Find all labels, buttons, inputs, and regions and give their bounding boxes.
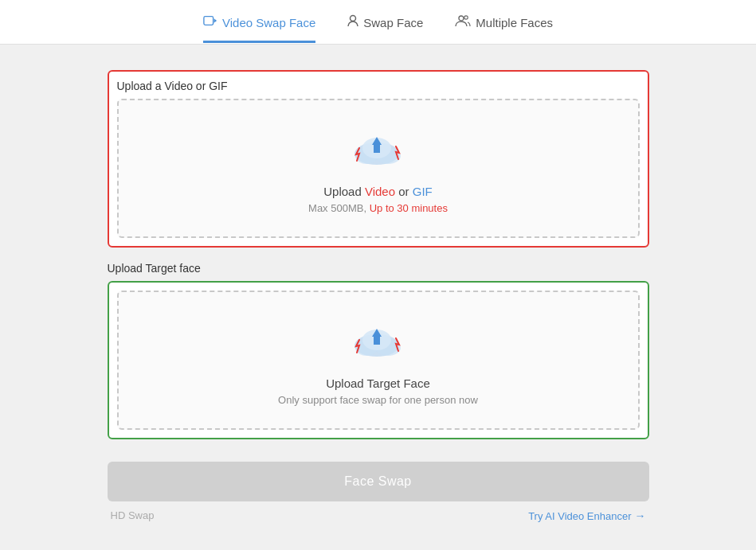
face-swap-button[interactable]: Face Swap xyxy=(108,462,649,501)
tab-bar: Video Swap Face Swap Face Multiple Faces xyxy=(0,0,756,45)
ai-video-enhancer-link[interactable]: Try AI Video Enhancer → xyxy=(528,509,645,522)
multiple-people-icon xyxy=(455,14,471,30)
upload-video-outer-box: Upload a Video or GIF xyxy=(108,70,649,248)
tab-swap-face[interactable]: Swap Face xyxy=(347,14,423,44)
main-content: Upload a Video or GIF xyxy=(108,70,649,522)
svg-point-4 xyxy=(464,16,468,19)
tab-video-swap-face-label: Video Swap Face xyxy=(222,16,315,29)
hd-swap-link[interactable]: HD Swap xyxy=(111,509,155,522)
upload-target-subtext: Only support face swap for one person no… xyxy=(278,394,478,406)
svg-point-3 xyxy=(459,16,464,21)
tab-swap-face-label: Swap Face xyxy=(363,16,423,29)
upload-target-dropzone[interactable]: Upload Target Face Only support face swa… xyxy=(117,291,640,430)
video-icon xyxy=(203,15,217,29)
upload-target-section: Upload Target face Upload Target Face xyxy=(108,262,649,439)
arrow-right-icon: → xyxy=(635,509,646,522)
upload-video-subtext: Max 500MB, Up to 30 minutes xyxy=(308,202,448,214)
upload-video-inner-label: Upload Video or GIF xyxy=(323,185,432,198)
person-icon xyxy=(347,14,358,30)
svg-marker-1 xyxy=(213,18,217,22)
svg-rect-0 xyxy=(204,17,213,25)
svg-point-2 xyxy=(351,16,356,21)
tab-multiple-faces-label: Multiple Faces xyxy=(476,16,553,29)
upload-target-inner-label: Upload Target Face xyxy=(326,376,430,390)
upload-target-outer-box: Upload Target Face Only support face swa… xyxy=(108,281,649,439)
ai-enhancer-label: Try AI Video Enhancer xyxy=(528,510,631,522)
gif-highlight: GIF xyxy=(413,185,433,198)
bottom-links: HD Swap Try AI Video Enhancer → xyxy=(108,509,649,522)
video-highlight: Video xyxy=(365,185,395,198)
cloud-upload-icon-2 xyxy=(347,318,410,365)
upload-target-label: Upload Target face xyxy=(108,262,649,275)
upload-video-section: Upload a Video or GIF xyxy=(108,70,649,248)
upload-video-label: Upload a Video or GIF xyxy=(117,80,640,92)
duration-highlight: Up to 30 minutes xyxy=(370,202,448,214)
cloud-upload-icon xyxy=(347,126,410,174)
tab-multiple-faces[interactable]: Multiple Faces xyxy=(455,14,553,44)
tab-video-swap-face[interactable]: Video Swap Face xyxy=(203,15,315,43)
upload-video-dropzone[interactable]: Upload Video or GIF Max 500MB, Up to 30 … xyxy=(117,99,640,238)
